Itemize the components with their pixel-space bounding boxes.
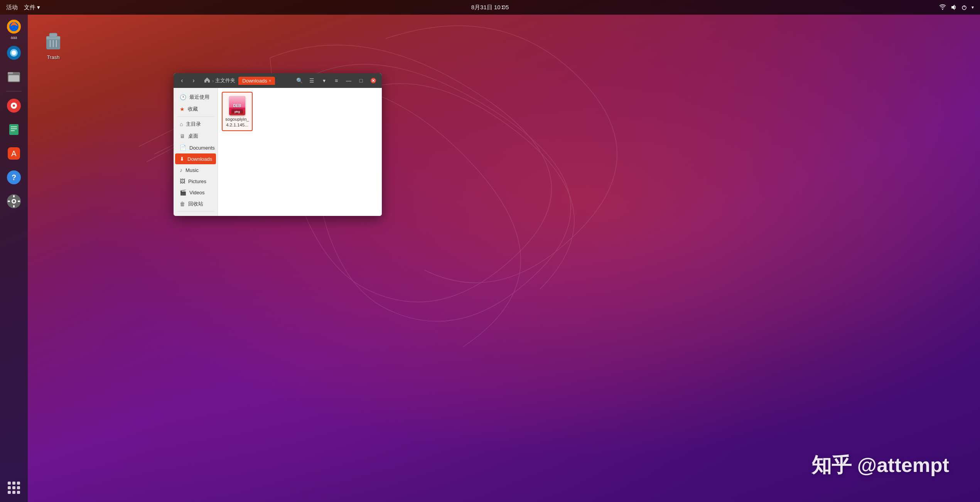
svg-rect-20	[11, 128, 17, 129]
sidebar-label-desktop: 桌面	[188, 133, 198, 140]
sidebar-label-pictures: Pictures	[188, 179, 206, 184]
dock-item-settings[interactable]	[3, 190, 25, 212]
file-label: sogoupiyin_4.2.1.145...	[224, 116, 250, 128]
sidebar-item-trash[interactable]: 🗑 回收站	[175, 198, 216, 210]
starred-icon: ★	[180, 106, 185, 112]
watermark: 知乎 @attempt	[811, 452, 949, 479]
file-icon-deb: DEB pkg	[228, 95, 246, 116]
dock: aaa	[0, 15, 28, 502]
app-menu-label[interactable]: 文件 ▾	[24, 4, 40, 11]
trash-icon	[41, 29, 65, 53]
desktop-icon-sidebar: 🖥	[180, 133, 185, 139]
svg-rect-21	[11, 130, 15, 131]
topbar-left: 活动 文件 ▾	[6, 4, 40, 11]
window-titlebar: ‹ › › 主文件夹 Downloads × 🔍 ☰ ▾ ≡	[174, 73, 382, 88]
svg-rect-32	[18, 200, 20, 202]
sidebar-label-music: Music	[186, 167, 199, 173]
titlebar-path: › 主文件夹 Downloads ×	[204, 76, 289, 85]
svg-rect-30	[13, 205, 15, 207]
dock-item-firefox[interactable]: aaa	[3, 18, 25, 40]
topbar-right: ▾	[939, 4, 974, 11]
sidebar-item-music[interactable]: ♪ Music	[175, 165, 216, 175]
file-area[interactable]: DEB pkg sogoupiyin_4.2.1.145...	[218, 88, 382, 216]
view-options-button[interactable]: ▾	[319, 75, 329, 86]
system-tray: ▾	[939, 4, 974, 11]
titlebar-nav: ‹ ›	[177, 75, 199, 86]
desktop-overlay	[0, 0, 980, 502]
svg-text:?: ?	[12, 173, 16, 182]
trash-label: Trash	[47, 54, 60, 60]
trash-sidebar-icon: 🗑	[180, 201, 185, 207]
svg-rect-19	[11, 126, 17, 127]
sidebar-item-home[interactable]: ⌂ 主目录	[175, 118, 216, 130]
power-arrow[interactable]: ▾	[972, 5, 974, 10]
desktop-icon-trash[interactable]: Trash	[36, 29, 71, 60]
sidebar-label-home: 主目录	[186, 121, 201, 128]
dock-item-libreoffice[interactable]	[3, 118, 25, 141]
dock-item-rhythmbox[interactable]	[3, 94, 25, 117]
pictures-icon: 🖼	[180, 178, 185, 184]
sidebar-item-pictures[interactable]: 🖼 Pictures	[175, 176, 216, 187]
close-button[interactable]	[368, 75, 379, 86]
minimize-button[interactable]: —	[343, 75, 354, 86]
dock-item-thunderbird[interactable]	[3, 42, 25, 64]
dock-item-help[interactable]: ?	[3, 166, 25, 189]
sidebar-label-other: + 其他位置	[180, 216, 204, 216]
svg-point-3	[942, 9, 943, 10]
extra-menu-button[interactable]: ≡	[331, 75, 342, 86]
path-current-tab[interactable]: Downloads ×	[238, 77, 275, 85]
path-separator: ›	[212, 78, 214, 84]
apps-grid-icon	[8, 482, 20, 494]
view-list-button[interactable]: ☰	[306, 75, 317, 86]
sidebar-item-downloads[interactable]: ⬇ Downloads	[175, 153, 216, 164]
search-button[interactable]: 🔍	[294, 75, 305, 86]
path-home-icon[interactable]	[204, 76, 211, 85]
recent-icon: 🕐	[180, 94, 186, 100]
tab-label: Downloads	[242, 78, 267, 84]
file-item-sogoupinyin[interactable]: DEB pkg sogoupiyin_4.2.1.145...	[222, 92, 253, 131]
network-icon[interactable]	[939, 4, 946, 11]
svg-rect-13	[8, 72, 13, 74]
tab-close-button[interactable]: ×	[269, 78, 271, 83]
sidebar-item-videos[interactable]: 🎬 Videos	[175, 187, 216, 198]
music-icon: ♪	[180, 167, 182, 173]
videos-icon: 🎬	[180, 189, 186, 195]
svg-point-28	[13, 200, 15, 202]
sidebar-item-other[interactable]: + 其他位置	[175, 213, 216, 216]
dock-separator-1	[6, 91, 22, 91]
titlebar-actions: 🔍 ☰ ▾ ≡ — □	[294, 75, 379, 86]
sidebar-label-trash: 回收站	[188, 200, 203, 207]
sidebar-item-recent[interactable]: 🕐 最近使用	[175, 91, 216, 103]
dock-item-files[interactable]	[3, 66, 25, 88]
dock-item-appstore[interactable]: A	[3, 142, 25, 165]
documents-icon: 📄	[180, 145, 186, 151]
dock-label-firefox: aaa	[11, 35, 17, 40]
sidebar-label-documents: Documents	[189, 145, 215, 151]
svg-rect-31	[8, 200, 10, 202]
sidebar: 🕐 最近使用 ★ 收藏 ⌂ 主目录 🖥 桌面 📄 Documents	[174, 88, 218, 216]
sidebar-label-downloads: Downloads	[187, 156, 212, 162]
power-icon[interactable]	[961, 4, 968, 11]
topbar: 活动 文件 ▾ 8月31日 10∶05 ▾	[0, 0, 980, 15]
nav-back-button[interactable]: ‹	[177, 75, 187, 86]
sidebar-item-desktop[interactable]: 🖥 桌面	[175, 130, 216, 142]
path-root[interactable]: 主文件夹	[215, 77, 235, 84]
audio-icon[interactable]	[950, 4, 957, 11]
nav-forward-button[interactable]: ›	[188, 75, 199, 86]
sidebar-separator-2	[177, 211, 214, 212]
sidebar-item-starred[interactable]: ★ 收藏	[175, 103, 216, 115]
svg-point-11	[12, 51, 16, 55]
svg-rect-35	[49, 33, 57, 37]
activity-label[interactable]: 活动	[6, 4, 18, 11]
downloads-icon: ⬇	[180, 156, 184, 162]
maximize-button[interactable]: □	[356, 75, 366, 86]
svg-marker-4	[951, 5, 955, 10]
file-manager-window: ‹ › › 主文件夹 Downloads × 🔍 ☰ ▾ ≡	[174, 73, 382, 216]
sidebar-separator-1	[177, 116, 214, 117]
sidebar-item-documents[interactable]: 📄 Documents	[175, 142, 216, 153]
sidebar-label-starred: 收藏	[188, 106, 198, 113]
home-icon: ⌂	[180, 121, 183, 127]
window-content: 🕐 最近使用 ★ 收藏 ⌂ 主目录 🖥 桌面 📄 Documents	[174, 88, 382, 216]
sidebar-label-recent: 最近使用	[189, 94, 209, 101]
show-apps-button[interactable]	[3, 477, 25, 499]
